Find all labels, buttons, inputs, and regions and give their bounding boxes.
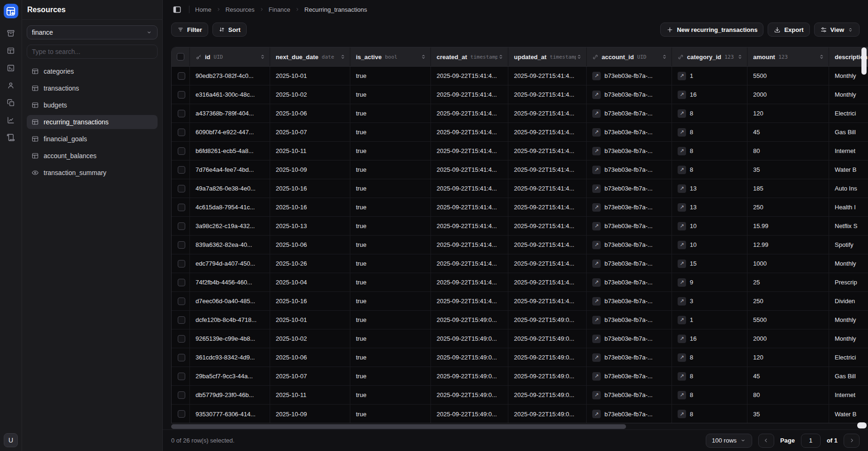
foreign-key-link[interactable]: ↗: [592, 109, 601, 118]
page-number-input[interactable]: [801, 434, 821, 448]
foreign-key-link[interactable]: ↗: [592, 147, 601, 155]
column-header-amount[interactable]: amount123: [747, 47, 829, 66]
sidebar-toggle-button[interactable]: [171, 3, 183, 15]
foreign-key-link[interactable]: ↗: [678, 166, 686, 174]
table-row[interactable]: 90edb273-082f-4c0...2025-10-01true2025-0…: [172, 67, 868, 85]
rows-per-page-select[interactable]: 100 rows: [706, 434, 752, 448]
view-button[interactable]: View: [814, 23, 860, 37]
foreign-key-link[interactable]: ↗: [678, 353, 686, 362]
user-avatar[interactable]: U: [4, 433, 18, 447]
rail-archive-button[interactable]: [7, 29, 15, 38]
row-checkbox[interactable]: [178, 391, 185, 399]
table-row[interactable]: d7eec06d-0a40-485...2025-10-16true2025-0…: [172, 292, 868, 311]
row-checkbox[interactable]: [178, 298, 185, 305]
row-checkbox[interactable]: [178, 147, 185, 155]
foreign-key-link[interactable]: ↗: [592, 222, 601, 230]
table-row[interactable]: 74f2fb4b-4456-460...2025-10-04true2025-0…: [172, 273, 868, 292]
horizontal-scrollbar-thumb[interactable]: [171, 424, 626, 429]
previous-page-button[interactable]: [758, 434, 774, 448]
rail-table-button[interactable]: [7, 46, 15, 55]
foreign-key-link[interactable]: ↗: [592, 372, 601, 381]
foreign-key-link[interactable]: ↗: [592, 184, 601, 193]
foreign-key-link[interactable]: ↗: [678, 316, 686, 324]
column-header-updated_at[interactable]: updated_attimestamp: [508, 47, 587, 66]
breadcrumb-item[interactable]: Resources: [226, 6, 255, 13]
table-search-input[interactable]: [27, 45, 158, 59]
app-logo[interactable]: [4, 4, 18, 18]
rail-logs-button[interactable]: [7, 133, 15, 142]
foreign-key-link[interactable]: ↗: [678, 241, 686, 249]
filter-button[interactable]: Filter: [171, 23, 208, 37]
foreign-key-link[interactable]: ↗: [678, 372, 686, 381]
foreign-key-link[interactable]: ↗: [592, 128, 601, 137]
new-record-button[interactable]: New recurring_transactions: [660, 23, 763, 37]
foreign-key-link[interactable]: ↗: [592, 353, 601, 362]
foreign-key-link[interactable]: ↗: [592, 72, 601, 80]
row-checkbox[interactable]: [178, 166, 185, 174]
table-row[interactable]: db5779d9-23f0-46b...2025-10-11true2025-0…: [172, 386, 868, 405]
sidebar-item-budgets[interactable]: budgets: [27, 98, 158, 112]
sidebar-item-financial_goals[interactable]: financial_goals: [27, 132, 158, 146]
foreign-key-link[interactable]: ↗: [678, 391, 686, 399]
row-checkbox[interactable]: [178, 335, 185, 343]
foreign-key-link[interactable]: ↗: [678, 297, 686, 306]
table-row[interactable]: 93530777-6306-414...2025-10-09true2025-0…: [172, 405, 868, 423]
column-header-next_due_date[interactable]: next_due_datedate: [270, 47, 350, 66]
row-checkbox[interactable]: [178, 129, 185, 136]
breadcrumb-item[interactable]: Finance: [269, 6, 290, 13]
foreign-key-link[interactable]: ↗: [592, 410, 601, 418]
row-checkbox[interactable]: [178, 185, 185, 192]
foreign-key-link[interactable]: ↗: [678, 260, 686, 268]
row-checkbox[interactable]: [178, 410, 185, 418]
table-row[interactable]: 6090bf74-e922-447...2025-10-07true2025-0…: [172, 123, 868, 142]
row-checkbox[interactable]: [178, 279, 185, 286]
rail-chart-button[interactable]: [7, 116, 15, 124]
table-row[interactable]: 3a98c262-c19a-432...2025-10-13true2025-0…: [172, 217, 868, 236]
breadcrumb-item[interactable]: Home: [195, 6, 211, 13]
sort-button[interactable]: Sort: [212, 23, 247, 37]
row-checkbox[interactable]: [178, 222, 185, 230]
foreign-key-link[interactable]: ↗: [592, 335, 601, 343]
foreign-key-link[interactable]: ↗: [678, 222, 686, 230]
table-row[interactable]: e316a461-300c-48c...2025-10-02true2025-0…: [172, 85, 868, 104]
row-checkbox[interactable]: [178, 241, 185, 249]
row-checkbox[interactable]: [178, 260, 185, 268]
rail-users-button[interactable]: [7, 81, 15, 90]
table-row[interactable]: b6fd8261-ecb5-4a8...2025-10-11true2025-0…: [172, 142, 868, 161]
table-row[interactable]: 9265139e-c99e-4b8...2025-10-02true2025-0…: [172, 329, 868, 348]
row-checkbox[interactable]: [178, 316, 185, 324]
foreign-key-link[interactable]: ↗: [678, 335, 686, 343]
table-row[interactable]: dcfe120b-8c4b-4718...2025-10-01true2025-…: [172, 311, 868, 329]
table-row[interactable]: 29ba5cf7-9cc3-44a...2025-10-07true2025-0…: [172, 367, 868, 386]
foreign-key-link[interactable]: ↗: [678, 410, 686, 418]
table-row[interactable]: 7d76e4a4-fee7-4bd...2025-10-09true2025-0…: [172, 161, 868, 179]
export-button[interactable]: Export: [768, 23, 809, 37]
next-page-button[interactable]: [844, 434, 860, 448]
foreign-key-link[interactable]: ↗: [592, 260, 601, 268]
table-row[interactable]: edc7794d-a407-450...2025-10-26true2025-0…: [172, 254, 868, 273]
foreign-key-link[interactable]: ↗: [678, 147, 686, 155]
sidebar-item-categories[interactable]: categories: [27, 64, 158, 78]
vertical-scrollbar-thumb[interactable]: [861, 47, 867, 75]
foreign-key-link[interactable]: ↗: [678, 278, 686, 287]
row-checkbox[interactable]: [178, 373, 185, 380]
foreign-key-link[interactable]: ↗: [592, 391, 601, 399]
foreign-key-link[interactable]: ↗: [592, 166, 601, 174]
row-checkbox[interactable]: [178, 204, 185, 211]
sidebar-item-account_balances[interactable]: account_balances: [27, 149, 158, 163]
foreign-key-link[interactable]: ↗: [592, 316, 601, 324]
column-header-account_id[interactable]: account_idUID: [587, 47, 672, 66]
foreign-key-link[interactable]: ↗: [678, 91, 686, 99]
column-header-id[interactable]: idUID: [190, 47, 270, 66]
row-checkbox[interactable]: [178, 72, 185, 80]
rail-copy-button[interactable]: [7, 99, 15, 107]
row-checkbox[interactable]: [178, 91, 185, 99]
foreign-key-link[interactable]: ↗: [592, 91, 601, 99]
column-header-is_active[interactable]: is_activebool: [350, 47, 431, 66]
row-checkbox[interactable]: [178, 354, 185, 361]
sidebar-item-transactions[interactable]: transactions: [27, 81, 158, 95]
foreign-key-link[interactable]: ↗: [678, 109, 686, 118]
database-select[interactable]: finance: [27, 25, 158, 39]
select-all-checkbox[interactable]: [177, 53, 184, 61]
table-row[interactable]: a437368b-789f-404...2025-10-06true2025-0…: [172, 104, 868, 123]
